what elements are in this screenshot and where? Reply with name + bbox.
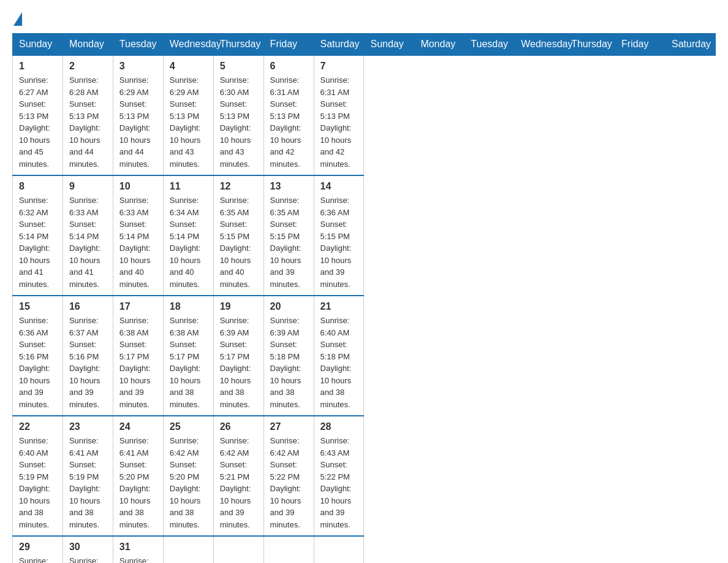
- day-number: 29: [19, 542, 56, 553]
- calendar-week-row: 8Sunrise: 6:32 AMSunset: 5:14 PMDaylight…: [13, 175, 716, 296]
- day-info: Sunrise: 6:32 AMSunset: 5:14 PMDaylight:…: [19, 196, 50, 289]
- day-info: Sunrise: 6:29 AMSunset: 5:13 PMDaylight:…: [170, 75, 201, 169]
- weekday-header-monday: Monday: [63, 34, 113, 56]
- calendar-cell: 1Sunrise: 6:27 AMSunset: 5:13 PMDaylight…: [13, 55, 63, 175]
- day-info: Sunrise: 6:35 AMSunset: 5:15 PMDaylight:…: [270, 196, 301, 289]
- day-number: 11: [170, 181, 207, 192]
- day-info: Sunrise: 6:36 AMSunset: 5:16 PMDaylight:…: [19, 316, 50, 409]
- day-number: 19: [220, 301, 257, 312]
- calendar-cell: 16Sunrise: 6:37 AMSunset: 5:16 PMDayligh…: [63, 296, 113, 416]
- day-info: Sunrise: 6:33 AMSunset: 5:14 PMDaylight:…: [119, 196, 151, 289]
- day-number: 18: [170, 301, 207, 312]
- day-number: 21: [320, 301, 358, 312]
- calendar-cell: 5Sunrise: 6:30 AMSunset: 5:13 PMDaylight…: [213, 55, 264, 175]
- day-number: 9: [69, 181, 107, 192]
- day-info: Sunrise: 6:44 AMSunset: 5:24 PMDaylight:…: [119, 556, 151, 563]
- day-number: 10: [119, 181, 157, 192]
- day-info: Sunrise: 6:42 AMSunset: 5:22 PMDaylight:…: [270, 436, 301, 529]
- calendar-cell: 6Sunrise: 6:31 AMSunset: 5:13 PMDaylight…: [264, 55, 314, 175]
- calendar-cell: 17Sunrise: 6:38 AMSunset: 5:17 PMDayligh…: [113, 296, 163, 416]
- day-info: Sunrise: 6:34 AMSunset: 5:14 PMDaylight:…: [170, 196, 201, 289]
- day-number: 15: [19, 301, 56, 312]
- calendar-cell: 24Sunrise: 6:41 AMSunset: 5:20 PMDayligh…: [113, 416, 163, 536]
- weekday-header-sunday: Sunday: [364, 34, 414, 56]
- day-info: Sunrise: 6:30 AMSunset: 5:13 PMDaylight:…: [220, 75, 251, 169]
- calendar-cell: [314, 536, 364, 563]
- calendar-cell: 18Sunrise: 6:38 AMSunset: 5:17 PMDayligh…: [163, 296, 213, 416]
- weekday-header-monday: Monday: [414, 34, 464, 56]
- day-info: Sunrise: 6:40 AMSunset: 5:18 PMDaylight:…: [320, 316, 352, 409]
- day-info: Sunrise: 6:35 AMSunset: 5:15 PMDaylight:…: [220, 196, 251, 289]
- day-number: 24: [119, 421, 157, 432]
- calendar-cell: 30Sunrise: 6:43 AMSunset: 5:23 PMDayligh…: [63, 536, 113, 563]
- calendar-cell: 11Sunrise: 6:34 AMSunset: 5:14 PMDayligh…: [163, 175, 213, 296]
- day-info: Sunrise: 6:31 AMSunset: 5:13 PMDaylight:…: [320, 75, 352, 169]
- day-info: Sunrise: 6:28 AMSunset: 5:13 PMDaylight:…: [69, 75, 100, 169]
- calendar-table: SundayMondayTuesdayWednesdayThursdayFrid…: [12, 33, 716, 563]
- calendar-cell: 27Sunrise: 6:42 AMSunset: 5:22 PMDayligh…: [264, 416, 314, 536]
- day-number: 4: [170, 61, 207, 72]
- calendar-cell: 9Sunrise: 6:33 AMSunset: 5:14 PMDaylight…: [63, 175, 113, 296]
- day-number: 26: [220, 421, 257, 432]
- day-info: Sunrise: 6:29 AMSunset: 5:13 PMDaylight:…: [119, 75, 151, 169]
- weekday-header-tuesday: Tuesday: [464, 34, 515, 56]
- day-number: 31: [119, 542, 157, 553]
- day-info: Sunrise: 6:37 AMSunset: 5:16 PMDaylight:…: [69, 316, 100, 409]
- calendar-cell: [264, 536, 314, 563]
- day-number: 8: [19, 181, 56, 192]
- calendar-cell: 20Sunrise: 6:39 AMSunset: 5:18 PMDayligh…: [264, 296, 314, 416]
- calendar-cell: 14Sunrise: 6:36 AMSunset: 5:15 PMDayligh…: [314, 175, 364, 296]
- calendar-cell: 12Sunrise: 6:35 AMSunset: 5:15 PMDayligh…: [213, 175, 264, 296]
- weekday-header-thursday: Thursday: [565, 34, 615, 56]
- day-info: Sunrise: 6:43 AMSunset: 5:22 PMDaylight:…: [320, 436, 352, 529]
- day-info: Sunrise: 6:33 AMSunset: 5:14 PMDaylight:…: [69, 196, 100, 289]
- day-number: 3: [119, 61, 157, 72]
- day-info: Sunrise: 6:42 AMSunset: 5:21 PMDaylight:…: [220, 436, 251, 529]
- day-number: 16: [69, 301, 107, 312]
- day-number: 12: [220, 181, 257, 192]
- calendar-header-row: SundayMondayTuesdayWednesdayThursdayFrid…: [13, 34, 716, 56]
- day-number: 20: [270, 301, 308, 312]
- day-info: Sunrise: 6:27 AMSunset: 5:13 PMDaylight:…: [19, 75, 50, 169]
- day-info: Sunrise: 6:36 AMSunset: 5:15 PMDaylight:…: [320, 196, 352, 289]
- day-number: 7: [320, 61, 358, 72]
- day-number: 30: [69, 542, 107, 553]
- weekday-header-sunday: Sunday: [13, 34, 63, 56]
- logo: [12, 12, 23, 23]
- day-number: 22: [19, 421, 56, 432]
- calendar-cell: 22Sunrise: 6:40 AMSunset: 5:19 PMDayligh…: [13, 416, 63, 536]
- weekday-header-saturday: Saturday: [665, 34, 715, 56]
- day-number: 6: [270, 61, 308, 72]
- day-number: 27: [270, 421, 308, 432]
- day-info: Sunrise: 6:38 AMSunset: 5:17 PMDaylight:…: [170, 316, 201, 409]
- calendar-week-row: 22Sunrise: 6:40 AMSunset: 5:19 PMDayligh…: [13, 416, 716, 536]
- calendar-cell: 28Sunrise: 6:43 AMSunset: 5:22 PMDayligh…: [314, 416, 364, 536]
- weekday-header-wednesday: Wednesday: [515, 34, 565, 56]
- day-number: 23: [69, 421, 107, 432]
- day-info: Sunrise: 6:31 AMSunset: 5:13 PMDaylight:…: [270, 75, 301, 169]
- day-info: Sunrise: 6:41 AMSunset: 5:20 PMDaylight:…: [119, 436, 151, 529]
- calendar-week-row: 1Sunrise: 6:27 AMSunset: 5:13 PMDaylight…: [13, 55, 716, 175]
- weekday-header-tuesday: Tuesday: [113, 34, 163, 56]
- weekday-header-thursday: Thursday: [213, 34, 264, 56]
- weekday-header-wednesday: Wednesday: [163, 34, 213, 56]
- day-info: Sunrise: 6:41 AMSunset: 5:19 PMDaylight:…: [69, 436, 100, 529]
- page-header: [12, 12, 716, 23]
- calendar-cell: 31Sunrise: 6:44 AMSunset: 5:24 PMDayligh…: [113, 536, 163, 563]
- calendar-cell: 7Sunrise: 6:31 AMSunset: 5:13 PMDaylight…: [314, 55, 364, 175]
- calendar-cell: 19Sunrise: 6:39 AMSunset: 5:17 PMDayligh…: [213, 296, 264, 416]
- day-number: 2: [69, 61, 107, 72]
- calendar-cell: 25Sunrise: 6:42 AMSunset: 5:20 PMDayligh…: [163, 416, 213, 536]
- calendar-cell: 10Sunrise: 6:33 AMSunset: 5:14 PMDayligh…: [113, 175, 163, 296]
- calendar-cell: 4Sunrise: 6:29 AMSunset: 5:13 PMDaylight…: [163, 55, 213, 175]
- day-info: Sunrise: 6:42 AMSunset: 5:20 PMDaylight:…: [170, 436, 201, 529]
- calendar-cell: [163, 536, 213, 563]
- calendar-cell: 23Sunrise: 6:41 AMSunset: 5:19 PMDayligh…: [63, 416, 113, 536]
- day-number: 25: [170, 421, 207, 432]
- calendar-week-row: 29Sunrise: 6:43 AMSunset: 5:23 PMDayligh…: [13, 536, 716, 563]
- day-info: Sunrise: 6:39 AMSunset: 5:17 PMDaylight:…: [220, 316, 251, 409]
- calendar-cell: 8Sunrise: 6:32 AMSunset: 5:14 PMDaylight…: [13, 175, 63, 296]
- calendar-cell: [213, 536, 264, 563]
- calendar-cell: 29Sunrise: 6:43 AMSunset: 5:23 PMDayligh…: [13, 536, 63, 563]
- day-info: Sunrise: 6:40 AMSunset: 5:19 PMDaylight:…: [19, 436, 50, 529]
